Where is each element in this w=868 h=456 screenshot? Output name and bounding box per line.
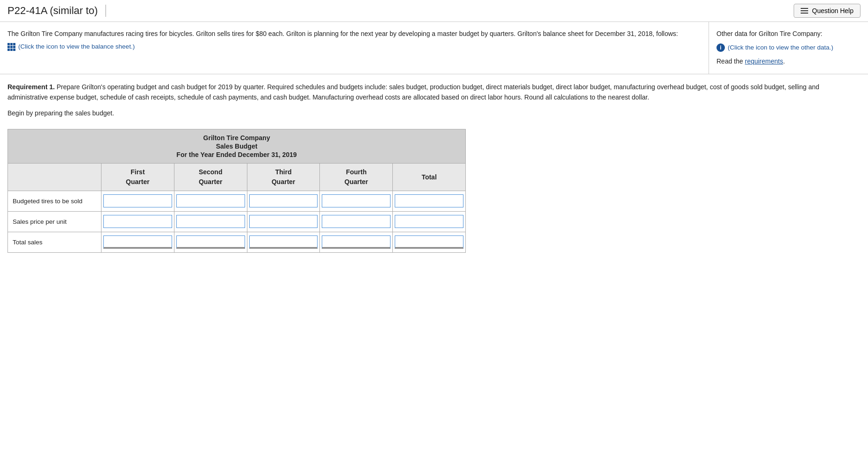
input-total-sales-q3[interactable] — [249, 235, 318, 249]
cell-total-sales-q4 — [320, 232, 393, 252]
grid-icon — [7, 43, 15, 51]
table-row-total: Total sales — [8, 232, 465, 252]
table-period: For the Year Ended December 31, 2019 — [12, 151, 462, 158]
cell-sales-price-q2 — [174, 212, 247, 232]
cell-budgeted-tires-q4 — [320, 191, 393, 211]
col-total: Total — [393, 164, 465, 191]
info-left-text: The Grilton Tire Company manufactures ra… — [7, 28, 701, 39]
input-sales-price-q1[interactable] — [103, 215, 172, 228]
row-cells-total-sales — [101, 232, 465, 252]
table-header: Grilton Tire Company Sales Budget For th… — [8, 129, 465, 163]
table-company-name: Grilton Tire Company — [12, 134, 462, 142]
col-label-empty — [8, 164, 101, 191]
row-label-total-sales: Total sales — [8, 232, 101, 252]
row-cells-budgeted-tires — [101, 191, 465, 211]
cell-total-sales-q3 — [247, 232, 320, 252]
col-fourth-quarter: Fourth Quarter — [320, 164, 393, 191]
cell-total-sales-total — [393, 232, 465, 252]
input-sales-price-q3[interactable] — [249, 215, 318, 228]
input-total-sales-total[interactable] — [395, 235, 463, 249]
cell-sales-price-total — [393, 212, 465, 232]
cell-total-sales-q1 — [101, 232, 174, 252]
cell-sales-price-q4 — [320, 212, 393, 232]
page-header: P22-41A (similar to) Question Help — [0, 0, 868, 22]
input-budgeted-tires-total[interactable] — [395, 194, 463, 207]
input-budgeted-tires-q2[interactable] — [176, 194, 245, 207]
other-data-link[interactable]: i (Click the icon to view the other data… — [716, 43, 861, 53]
requirements-link[interactable]: requirements — [745, 57, 783, 65]
requirements-prefix: Read the — [716, 57, 745, 65]
balance-sheet-link[interactable]: (Click the icon to view the balance shee… — [7, 42, 701, 52]
cell-total-sales-q2 — [174, 232, 247, 252]
info-right: Other data for Grilton Tire Company: i (… — [709, 22, 868, 74]
cell-budgeted-tires-q3 — [247, 191, 320, 211]
cell-sales-price-q3 — [247, 212, 320, 232]
requirements-line: Read the requirements. — [716, 56, 861, 67]
table-body: Budgeted tires to be sold — [8, 191, 465, 252]
cell-budgeted-tires-q1 — [101, 191, 174, 211]
info-section: The Grilton Tire Company manufactures ra… — [0, 22, 868, 74]
requirement-body: Prepare Grilton's operating budget and c… — [7, 83, 819, 101]
other-data-label: Other data for Grilton Tire Company: — [716, 28, 861, 40]
cell-sales-price-q1 — [101, 212, 174, 232]
requirement-section: Requirement 1. Prepare Grilton's operati… — [0, 74, 868, 129]
input-sales-price-q4[interactable] — [322, 215, 391, 228]
table-budget-title: Sales Budget — [12, 142, 462, 150]
cell-budgeted-tires-q2 — [174, 191, 247, 211]
list-icon — [801, 8, 808, 14]
info-icon: i — [716, 43, 725, 52]
requirement-text: Requirement 1. Prepare Grilton's operati… — [7, 82, 861, 103]
sales-budget-table: Grilton Tire Company Sales Budget For th… — [7, 129, 466, 253]
table-row: Budgeted tires to be sold — [8, 191, 465, 211]
table-row: Sales price per unit — [8, 211, 465, 232]
requirements-suffix: . — [783, 57, 785, 65]
info-left: The Grilton Tire Company manufactures ra… — [0, 22, 709, 74]
input-budgeted-tires-q1[interactable] — [103, 194, 172, 207]
input-budgeted-tires-q3[interactable] — [249, 194, 318, 207]
cell-budgeted-tires-total — [393, 191, 465, 211]
input-total-sales-q4[interactable] — [322, 235, 391, 249]
begin-text: Begin by preparing the sales budget. — [7, 108, 861, 118]
other-data-link-text: (Click the icon to view the other data.) — [728, 43, 833, 53]
row-label-budgeted-tires: Budgeted tires to be sold — [8, 191, 101, 211]
input-budgeted-tires-q4[interactable] — [322, 194, 391, 207]
column-headers: First Quarter Second Quarter Third Quart… — [8, 163, 465, 191]
row-cells-sales-price — [101, 212, 465, 232]
row-label-sales-price: Sales price per unit — [8, 212, 101, 232]
balance-sheet-link-text: (Click the icon to view the balance shee… — [18, 42, 135, 52]
col-second-quarter: Second Quarter — [174, 164, 247, 191]
question-help-button[interactable]: Question Help — [794, 4, 861, 18]
col-first-quarter: First Quarter — [101, 164, 174, 191]
requirement-intro: Requirement 1. — [7, 83, 55, 91]
page-title: P22-41A (similar to) — [7, 5, 106, 17]
input-total-sales-q2[interactable] — [176, 235, 245, 249]
col-third-quarter: Third Quarter — [247, 164, 320, 191]
input-sales-price-q2[interactable] — [176, 215, 245, 228]
input-sales-price-total[interactable] — [395, 215, 463, 228]
input-total-sales-q1[interactable] — [103, 235, 172, 249]
question-help-label: Question Help — [812, 7, 854, 14]
